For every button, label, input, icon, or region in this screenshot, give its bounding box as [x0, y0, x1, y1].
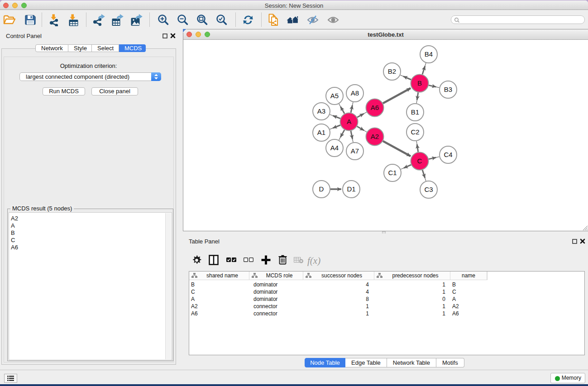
- svg-text:B1: B1: [411, 108, 419, 116]
- svg-text:A1: A1: [317, 129, 325, 136]
- svg-text:A5: A5: [330, 92, 339, 100]
- svg-text:A8: A8: [351, 89, 359, 97]
- svg-text:B3: B3: [444, 86, 452, 93]
- svg-text:A6: A6: [371, 104, 379, 111]
- svg-text:D1: D1: [347, 185, 355, 193]
- svg-text:A: A: [347, 118, 351, 125]
- svg-text:C: C: [417, 157, 422, 165]
- svg-text:B: B: [417, 79, 422, 87]
- svg-text:A7: A7: [351, 147, 359, 155]
- svg-text:C3: C3: [424, 186, 433, 193]
- svg-text:B4: B4: [425, 50, 433, 58]
- svg-text:A3: A3: [317, 107, 325, 115]
- svg-text:B2: B2: [388, 67, 396, 75]
- svg-text:A2: A2: [371, 133, 379, 140]
- svg-text:C1: C1: [388, 169, 397, 176]
- svg-text:D: D: [319, 185, 324, 193]
- svg-text:A4: A4: [330, 144, 339, 152]
- svg-text:C4: C4: [444, 151, 452, 158]
- svg-text:C2: C2: [411, 128, 419, 136]
